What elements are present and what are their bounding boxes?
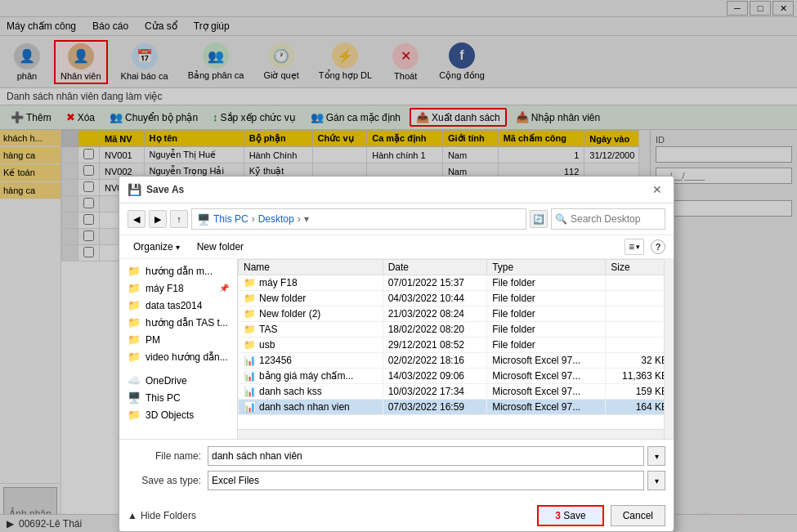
excel-icon: 📊 xyxy=(244,370,256,382)
cell-filename: 📁TAS xyxy=(239,322,383,338)
sidebar-item-huong-dan-tas[interactable]: 📁 hướng dẫn TAS t... xyxy=(119,314,237,331)
excel-icon: 📊 xyxy=(244,386,256,397)
help-button[interactable]: ? xyxy=(651,239,665,254)
col-name[interactable]: Name xyxy=(239,260,383,275)
filetype-dropdown[interactable]: ▾ xyxy=(647,471,665,490)
filetype-label: Save as type: xyxy=(128,475,201,486)
view-icon: ≡ xyxy=(629,241,634,253)
organize-chevron: ▾ xyxy=(176,243,180,252)
nav-back-button[interactable]: ◀ xyxy=(128,210,146,228)
cell-filedate: 18/02/2022 08:20 xyxy=(383,322,487,338)
path-display: 🖥️ This PC › Desktop › ▾ xyxy=(191,208,526,230)
file-row[interactable]: 📊danh sach nhan vien 07/03/2022 16:59 Mi… xyxy=(239,400,674,415)
cell-filename: 📊danh sach kss xyxy=(239,384,383,400)
organize-label: Organize xyxy=(133,241,173,253)
sidebar-item-may-f18[interactable]: 📁 máy F18 📌 xyxy=(119,279,237,297)
cell-filename: 📁New folder (2) xyxy=(239,306,383,322)
dialog-files: Name Date Type Size 📁máy F18 07/01/2022 … xyxy=(238,259,674,439)
folder-icon: 📁 xyxy=(244,324,256,335)
cell-filedate: 07/03/2022 16:59 xyxy=(383,400,487,415)
cell-filedate: 10/03/2022 17:34 xyxy=(383,384,487,400)
cloud-icon: ☁️ xyxy=(128,374,141,387)
save-as-dialog: 💾 Save As ✕ ◀ ▶ ↑ 🖥️ This PC › Desktop ›… xyxy=(119,176,674,532)
dialog-titlebar: 💾 Save As ✕ xyxy=(119,177,674,203)
view-button[interactable]: ≡ ▾ xyxy=(625,239,644,255)
file-row[interactable]: 📁New folder (2) 21/03/2022 08:24 File fo… xyxy=(239,306,674,322)
files-horizontal-scrollbar[interactable] xyxy=(238,429,664,439)
cell-filename: 📁New folder xyxy=(239,291,383,306)
nav-up-button[interactable]: ↑ xyxy=(170,210,188,228)
folder-icon: 📁 xyxy=(128,316,141,329)
col-type[interactable]: Type xyxy=(487,260,606,275)
sidebar-item-3d-label: 3D Objects xyxy=(146,409,194,421)
dialog-close-button[interactable]: ✕ xyxy=(649,181,665,198)
col-date[interactable]: Date xyxy=(383,260,487,275)
cell-filetype: Microsoft Excel 97... xyxy=(487,353,606,369)
dialog-title-text: Save As xyxy=(146,184,184,195)
file-row[interactable]: 📁máy F18 07/01/2022 15:37 File folder xyxy=(239,275,674,291)
dialog-title-icon: 💾 xyxy=(128,183,141,196)
folder-icon: 📁 xyxy=(128,299,141,311)
filetype-row: Save as type: ▾ xyxy=(128,471,665,490)
organize-button[interactable]: Organize ▾ xyxy=(128,239,186,255)
sidebar-item-3d[interactable]: 📁 3D Objects xyxy=(119,406,237,423)
dialog-overlay: 💾 Save As ✕ ◀ ▶ ↑ 🖥️ This PC › Desktop ›… xyxy=(0,0,797,532)
cell-filetype: File folder xyxy=(487,275,606,291)
sidebar-item-video[interactable]: 📁 video hướng dẫn... xyxy=(119,348,237,365)
search-icon: 🔍 xyxy=(555,213,567,225)
cell-filename: 📊danh sach nhan vien xyxy=(239,400,383,415)
dialog-toolbar2: Organize ▾ New folder ≡ ▾ ? xyxy=(119,235,674,259)
cell-filetype: Microsoft Excel 97... xyxy=(487,400,606,415)
file-row[interactable]: 📁TAS 18/02/2022 08:20 File folder xyxy=(239,322,674,338)
cell-filedate: 07/01/2022 15:37 xyxy=(383,275,487,291)
folder-icon: 📁 xyxy=(244,308,256,320)
nav-forward-button[interactable]: ▶ xyxy=(149,210,167,228)
file-row[interactable]: 📁New folder 04/03/2022 10:44 File folder xyxy=(239,291,674,306)
cell-filedate: 29/12/2021 08:52 xyxy=(383,338,487,353)
sidebar-item-data-tas[interactable]: 📁 data tas2014 xyxy=(119,297,237,314)
cell-filedate: 04/03/2022 10:44 xyxy=(383,291,487,306)
dialog-nav: ◀ ▶ ↑ 🖥️ This PC › Desktop › ▾ 🔄 🔍 xyxy=(119,203,674,235)
filename-input-wrapper: ▾ xyxy=(208,446,665,466)
cell-filetype: Microsoft Excel 97... xyxy=(487,369,606,384)
filetype-input[interactable] xyxy=(208,471,644,490)
save-label: Save xyxy=(563,510,585,521)
path-this-pc[interactable]: This PC xyxy=(213,213,249,225)
search-input[interactable] xyxy=(571,213,652,225)
sidebar-item-huong-dan[interactable]: 📁 hướng dẫn m... xyxy=(119,262,237,279)
excel-icon: 📊 xyxy=(244,355,256,366)
pin-icon: 📌 xyxy=(219,284,229,293)
cancel-button[interactable]: Cancel xyxy=(611,505,665,526)
sidebar-item-this-pc-label: This PC xyxy=(146,392,181,404)
sidebar-item-pm-label: PM xyxy=(146,334,160,346)
sidebar-item-this-pc[interactable]: 🖥️ This PC xyxy=(119,389,237,406)
sidebar-item-may-f18-label: máy F18 xyxy=(146,283,184,294)
hide-folders-button[interactable]: ▲ Hide Folders xyxy=(128,510,196,521)
sidebar-item-onedrive[interactable]: ☁️ OneDrive xyxy=(119,372,237,389)
hide-folders-chevron: ▲ xyxy=(128,510,137,521)
files-vertical-scrollbar[interactable] xyxy=(664,259,674,439)
filename-label: File name: xyxy=(128,450,201,462)
folder-icon: 📁 xyxy=(128,282,141,294)
filename-dropdown[interactable]: ▾ xyxy=(647,446,665,466)
file-row[interactable]: 📁usb 29/12/2021 08:52 File folder xyxy=(239,338,674,353)
sidebar-item-huong-dan-label: hướng dẫn m... xyxy=(146,266,213,277)
filename-input[interactable] xyxy=(208,446,644,466)
filetype-input-wrapper: ▾ xyxy=(208,471,665,490)
folder-icon: 📁 xyxy=(128,333,141,346)
path-dropdown-btn[interactable]: ▾ xyxy=(304,213,309,225)
cell-filetype: File folder xyxy=(487,322,606,338)
file-row[interactable]: 📊123456 02/02/2022 18:16 Microsoft Excel… xyxy=(239,353,674,369)
file-row[interactable]: 📊danh sach kss 10/03/2022 17:34 Microsof… xyxy=(239,384,674,400)
sidebar-item-pm[interactable]: 📁 PM xyxy=(119,331,237,348)
file-row[interactable]: 📊bảng giá máy chấm... 14/03/2022 09:06 M… xyxy=(239,369,674,384)
files-table: Name Date Type Size 📁máy F18 07/01/2022 … xyxy=(238,259,674,415)
refresh-button[interactable]: 🔄 xyxy=(530,210,548,228)
folder-icon: 📁 xyxy=(244,277,256,288)
path-desktop[interactable]: Desktop xyxy=(258,213,294,225)
sidebar-item-huong-dan-tas-label: hướng dẫn TAS t... xyxy=(146,317,228,329)
folder-icon: 📁 xyxy=(128,351,141,363)
cell-filename: 📊123456 xyxy=(239,353,383,369)
save-button[interactable]: 3 Save xyxy=(537,505,603,526)
new-folder-button[interactable]: New folder xyxy=(192,239,249,254)
